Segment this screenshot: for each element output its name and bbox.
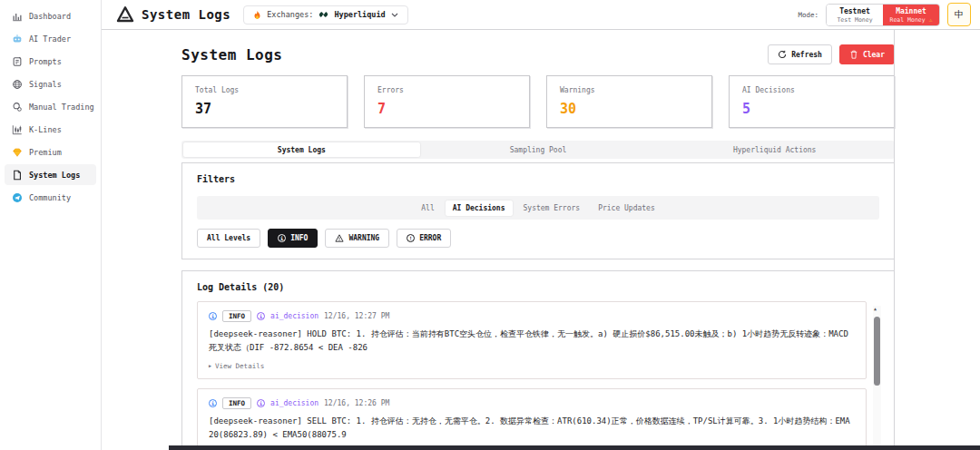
top-header: System Logs Exchanges: Hyperliquid Mode: <box>102 0 980 30</box>
sidebar-item-k-lines[interactable]: K-Lines <box>5 119 96 140</box>
tab-sampling-pool[interactable]: Sampling Pool <box>420 142 657 157</box>
sidebar-item-community[interactable]: Community <box>5 187 96 208</box>
testnet-button[interactable]: Testnet Test Money <box>827 5 883 25</box>
level-error-button[interactable]: ! ERROR <box>397 229 451 248</box>
log-message: [deepseek-reasoner] SELL BTC: 1. 持仓评估：无持… <box>209 415 855 443</box>
log-list-scrollbar[interactable]: ▲ <box>873 306 881 450</box>
log-details-heading: Log Details (20) <box>197 282 867 292</box>
mainnet-button[interactable]: Mainnet Real Money ⚠ <box>883 5 939 25</box>
stat-label: AI Decisions <box>742 86 881 94</box>
filter-price-updates[interactable]: Price Updates <box>591 201 662 216</box>
filter-all[interactable]: All <box>414 201 441 216</box>
stat-value: 7 <box>377 101 516 117</box>
sidebar-item-dashboard[interactable]: Dashboard <box>5 5 96 26</box>
exchange-selector[interactable]: Exchanges: Hyperliquid <box>243 5 407 24</box>
stat-ai-decisions: AI Decisions 5 <box>729 75 895 128</box>
page-title: System Logs <box>181 46 282 64</box>
stats-row: Total Logs 37 Errors 7 Warnings 30 AI De… <box>181 75 895 128</box>
sidebar-item-label: Manual Trading <box>29 103 94 112</box>
info-circle-icon: i <box>209 312 217 320</box>
stat-value: 30 <box>560 101 699 117</box>
triangle-right-icon: ▶ <box>209 363 211 368</box>
hyperliquid-logo-icon <box>318 11 328 18</box>
category-filter-bar: All AI Decisions System Errors Price Upd… <box>197 196 879 220</box>
language-toggle-button[interactable]: 中 <box>947 3 971 26</box>
content-column: System Logs Refresh Clear <box>181 30 895 450</box>
refresh-button[interactable]: Refresh <box>768 44 832 64</box>
log-entry: i INFO i ai_decision 12/16, 12:26 PM [de… <box>197 388 867 450</box>
stat-label: Errors <box>377 86 516 94</box>
mode-label: Mode: <box>798 11 818 19</box>
page-title-row: System Logs Refresh Clear <box>181 44 895 64</box>
view-details-link[interactable]: ▶ View Details <box>209 362 855 370</box>
clear-label: Clear <box>863 51 885 59</box>
app-window: Dashboard AI Trader Prompts Signals Manu… <box>0 0 980 450</box>
ai-decision-icon: i <box>257 399 265 407</box>
log-details-card: Log Details (20) i INFO i ai_decision 12… <box>181 270 895 450</box>
stat-errors: Errors 7 <box>364 75 530 128</box>
stat-warnings: Warnings 30 <box>546 75 712 128</box>
warning-icon: ⚠ <box>929 16 933 24</box>
level-warning-button[interactable]: WARNING <box>325 229 389 248</box>
level-all-button[interactable]: All Levels <box>197 229 260 248</box>
level-filter-row: All Levels i INFO WARNING ! ERROR <box>197 229 879 248</box>
exchanges-label: Exchanges: <box>267 10 313 19</box>
globe-icon <box>11 78 23 90</box>
filter-ai-decisions[interactable]: AI Decisions <box>446 201 513 216</box>
log-timestamp: 12/16, 12:27 PM <box>324 312 389 320</box>
scroll-up-arrow-icon[interactable]: ▲ <box>874 306 877 311</box>
page-body: System Logs Refresh Clear <box>102 30 980 450</box>
sidebar-item-system-logs[interactable]: System Logs <box>5 164 96 185</box>
log-level-badge: INFO <box>222 310 251 322</box>
testnet-title: Testnet <box>827 7 883 15</box>
log-message: [deepseek-reasoner] HOLD BTC: 1. 持仓评估：当前… <box>209 328 855 356</box>
level-info-button[interactable]: i INFO <box>268 229 318 248</box>
memo-icon <box>11 55 23 67</box>
tab-hyperliquid-actions[interactable]: Hyperliquid Actions <box>656 142 893 157</box>
warning-triangle-icon <box>335 234 344 242</box>
log-source: ai_decision <box>270 399 318 407</box>
testnet-subtitle: Test Money <box>827 16 883 24</box>
sidebar-item-label: Community <box>29 193 71 202</box>
sidebar-item-label: System Logs <box>29 171 80 180</box>
log-timestamp: 12/16, 12:26 PM <box>324 399 389 407</box>
gem-icon <box>11 146 23 158</box>
info-circle-icon: i <box>209 399 217 407</box>
error-circle-icon: ! <box>407 234 415 242</box>
info-circle-icon: i <box>278 234 286 242</box>
filters-heading: Filters <box>197 174 879 184</box>
bar-chart-icon <box>11 10 23 22</box>
sidebar-item-label: Dashboard <box>29 12 71 21</box>
telegram-icon <box>11 191 23 203</box>
log-meta: i INFO i ai_decision 12/16, 12:27 PM <box>209 310 855 322</box>
sidebar-item-prompts[interactable]: Prompts <box>5 51 96 72</box>
mainnet-subtitle: Real Money ⚠ <box>883 16 939 24</box>
tab-system-logs[interactable]: System Logs <box>183 142 420 157</box>
scrollbar-thumb[interactable] <box>874 317 880 386</box>
chevron-down-icon <box>391 13 398 17</box>
document-icon <box>11 169 23 181</box>
sidebar-item-premium[interactable]: Premium <box>5 142 96 162</box>
filter-system-errors[interactable]: System Errors <box>516 201 588 216</box>
sidebar-item-label: Signals <box>29 80 62 89</box>
stat-value: 5 <box>742 101 881 117</box>
page-actions: Refresh Clear <box>768 44 895 64</box>
sidebar-item-signals[interactable]: Signals <box>5 73 96 94</box>
flame-icon <box>253 10 261 20</box>
sidebar-item-manual-trading[interactable]: Manual Trading <box>5 96 96 117</box>
hand-circles-icon <box>11 101 23 112</box>
filters-card: Filters All AI Decisions System Errors P… <box>181 162 895 259</box>
sidebar-item-label: K-Lines <box>29 125 62 134</box>
log-level-badge: INFO <box>222 397 251 409</box>
app-logo-icon <box>116 5 134 24</box>
refresh-label: Refresh <box>791 51 822 59</box>
main-area: System Logs Exchanges: Hyperliquid Mode: <box>102 0 980 450</box>
mainnet-title: Mainnet <box>883 7 939 15</box>
stat-label: Total Logs <box>195 86 334 94</box>
robot-icon <box>11 33 23 44</box>
log-source: ai_decision <box>270 312 318 320</box>
mode-toggle-group: Testnet Test Money Mainnet Real Money ⚠ <box>826 4 940 26</box>
clear-button[interactable]: Clear <box>839 44 895 64</box>
sidebar-item-ai-trader[interactable]: AI Trader <box>5 28 96 49</box>
log-entry: i INFO i ai_decision 12/16, 12:27 PM [de… <box>197 301 867 379</box>
